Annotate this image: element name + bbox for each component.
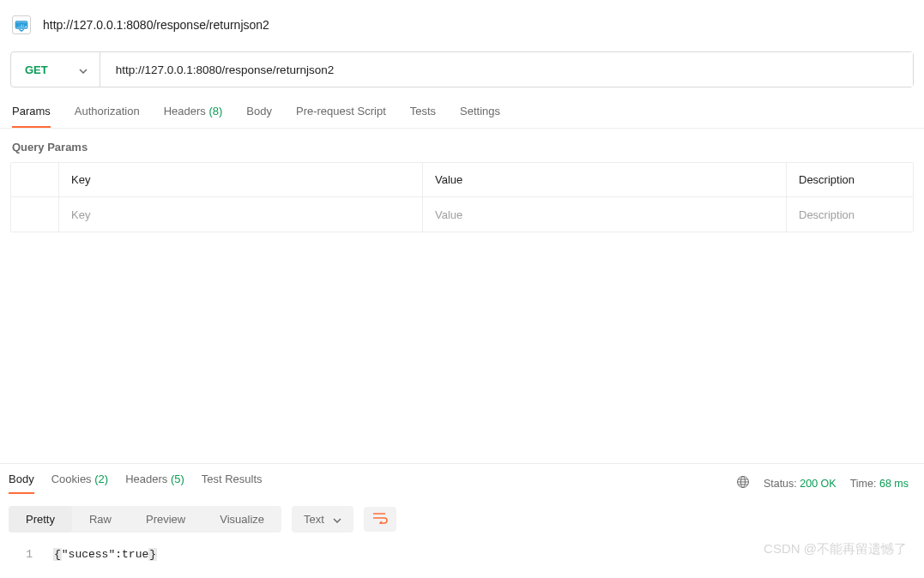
response-section: Body Cookies (2) Headers (5) Test Result… xyxy=(0,463,924,578)
tab-prerequest[interactable]: Pre-request Script xyxy=(296,105,386,128)
wrap-icon xyxy=(372,512,388,527)
svg-text:HTTP: HTTP xyxy=(16,23,27,27)
params-table: Key Value Description Key Value Descript… xyxy=(10,162,914,232)
view-mode-visualize[interactable]: Visualize xyxy=(202,506,281,533)
params-value-header: Value xyxy=(423,163,787,196)
request-title: http://127.0.0.1:8080/response/returnjso… xyxy=(43,18,269,32)
method-label: GET xyxy=(25,63,48,76)
url-input[interactable] xyxy=(100,52,913,87)
params-desc-header: Description xyxy=(787,163,913,196)
response-body-code: 1 {"sucess":true} xyxy=(0,545,924,578)
request-tabs: Params Authorization Headers (8) Body Pr… xyxy=(0,87,924,129)
globe-icon[interactable] xyxy=(736,475,750,491)
response-tab-tests[interactable]: Test Results xyxy=(202,473,263,494)
tab-tests[interactable]: Tests xyxy=(410,105,436,128)
wrap-lines-button[interactable] xyxy=(364,507,396,532)
chevron-down-icon xyxy=(79,63,88,76)
params-handle-header xyxy=(11,163,59,196)
body-toolbar: Pretty Raw Preview Visualize Text xyxy=(0,494,924,545)
params-value-input[interactable]: Value xyxy=(423,197,787,232)
tab-headers[interactable]: Headers (8) xyxy=(164,105,223,128)
url-bar: GET xyxy=(10,51,914,87)
params-key-input[interactable]: Key xyxy=(59,197,423,232)
http-icon: HTTP xyxy=(12,15,31,34)
view-mode-group: Pretty Raw Preview Visualize xyxy=(9,506,281,533)
format-select[interactable]: Text xyxy=(292,506,353,533)
params-input-row: Key Value Description xyxy=(11,197,913,232)
request-header: HTTP http://127.0.0.1:8080/response/retu… xyxy=(0,0,924,43)
method-select[interactable]: GET xyxy=(11,52,100,87)
chevron-down-icon xyxy=(333,513,341,526)
response-tab-headers[interactable]: Headers (5) xyxy=(125,473,184,494)
params-desc-input[interactable]: Description xyxy=(787,197,913,232)
time-meta: Time: 68 ms xyxy=(850,478,909,490)
view-mode-raw[interactable]: Raw xyxy=(72,506,129,533)
response-tab-cookies[interactable]: Cookies (2) xyxy=(51,473,108,494)
tab-body[interactable]: Body xyxy=(246,105,272,128)
params-handle-cell xyxy=(11,197,59,232)
params-header-row: Key Value Description xyxy=(11,163,913,197)
line-number: 1 xyxy=(9,548,33,561)
tab-settings[interactable]: Settings xyxy=(460,105,500,128)
response-tabs: Body Cookies (2) Headers (5) Test Result… xyxy=(9,473,263,494)
tab-authorization[interactable]: Authorization xyxy=(75,105,140,128)
query-params-label: Query Params xyxy=(0,129,924,162)
response-meta: Status: 200 OK Time: 68 ms xyxy=(736,475,915,491)
code-line[interactable]: 1 {"sucess":true} xyxy=(9,548,915,561)
view-mode-pretty[interactable]: Pretty xyxy=(9,506,72,533)
params-key-header: Key xyxy=(59,163,423,196)
response-tabs-row: Body Cookies (2) Headers (5) Test Result… xyxy=(0,463,924,494)
view-mode-preview[interactable]: Preview xyxy=(129,506,202,533)
tab-params[interactable]: Params xyxy=(12,105,51,128)
code-content: {"sucess":true} xyxy=(53,548,157,561)
response-tab-body[interactable]: Body xyxy=(9,473,34,494)
status-meta: Status: 200 OK xyxy=(764,478,836,490)
